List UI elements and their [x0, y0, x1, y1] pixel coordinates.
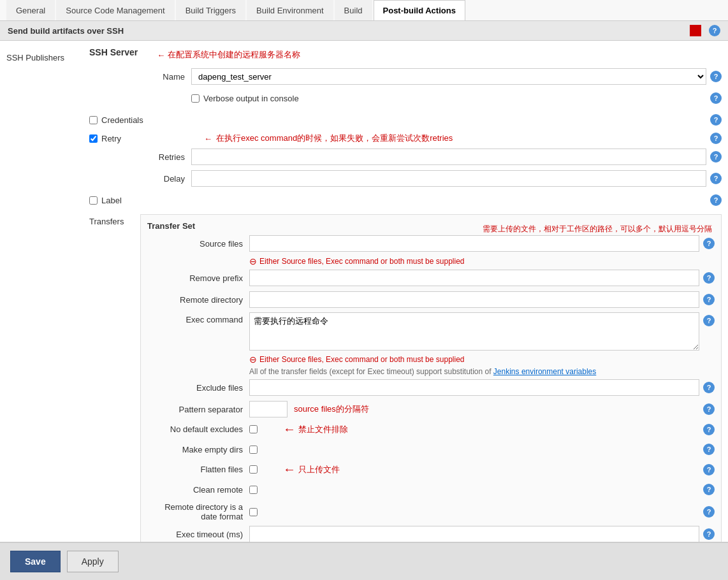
- verbose-help-icon[interactable]: ?: [710, 92, 722, 104]
- name-select[interactable]: dapeng_test_server: [191, 68, 706, 85]
- info-text: All of the transfer fields (except for E…: [249, 367, 715, 376]
- source-files-label: Source files: [147, 239, 249, 249]
- label-checkbox[interactable]: [89, 196, 98, 205]
- jenkins-env-vars-link[interactable]: Jenkins environment variables: [493, 367, 596, 376]
- clean-remote-row: Clean remote ?: [147, 481, 715, 498]
- pattern-sep-annotation: source files的分隔符: [294, 403, 369, 415]
- clean-remote-help-icon[interactable]: ?: [703, 484, 715, 495]
- verbose-row: Verbose output in console ?: [89, 89, 722, 107]
- retry-checkbox[interactable]: [89, 134, 98, 143]
- retry-help-icon[interactable]: ?: [710, 133, 722, 144]
- remove-prefix-input[interactable]: 移除目录（只能是source files中的目录）: [249, 270, 699, 286]
- save-button[interactable]: Save: [10, 551, 61, 572]
- label-row: Label ?: [89, 191, 722, 209]
- apply-button[interactable]: Apply: [67, 551, 119, 572]
- remove-button[interactable]: [690, 25, 701, 36]
- tab-scm[interactable]: Source Code Management: [56, 0, 174, 20]
- retries-input[interactable]: 0: [191, 149, 706, 165]
- error-msg-2: ⊖ Either Source files, Exec command or b…: [249, 354, 715, 365]
- tab-build-environment[interactable]: Build Environment: [247, 0, 333, 20]
- exec-command-textarea[interactable]: 需要执行的远程命令: [249, 312, 699, 351]
- exclude-files-label: Exclude files: [147, 383, 249, 393]
- credentials-row: Credentials ?: [89, 111, 722, 129]
- exec-timeout-help-icon[interactable]: ?: [703, 528, 715, 540]
- label-label: Label: [101, 196, 122, 205]
- delay-label: Delay: [89, 174, 191, 184]
- name-help-icon[interactable]: ?: [710, 71, 722, 82]
- flatten-arrow: ←: [283, 462, 296, 477]
- remote-date-row: Remote directory is a date format ?: [147, 502, 715, 521]
- delay-input[interactable]: 10000: [191, 170, 706, 187]
- main-content: Send build artifacts over SSH ? SSH Publ…: [0, 21, 728, 580]
- ssh-server-section: SSH Server ← 在配置系统中创建的远程服务器名称: [89, 47, 722, 62]
- name-annotation: ← 在配置系统中创建的远程服务器名称: [157, 49, 300, 61]
- no-default-help-icon[interactable]: ?: [703, 424, 715, 435]
- make-empty-dirs-checkbox[interactable]: [249, 446, 258, 454]
- error-icon-2: ⊖: [249, 354, 257, 365]
- remote-date-label: Remote directory is a date format: [147, 502, 249, 521]
- exclude-files-input[interactable]: 排除的文件，在上传中排除一些目录，可以用通配符如*.log: [249, 379, 699, 396]
- source-files-input[interactable]: [249, 235, 699, 252]
- ssh-publishers-label: SSH Publishers: [6, 50, 83, 65]
- exclude-files-row: Exclude files 排除的文件，在上传中排除一些目录，可以用通配符如*.…: [147, 379, 715, 396]
- flatten-files-row: Flatten files ← 只上传文件 ?: [147, 462, 715, 477]
- no-default-label: No default excludes: [147, 424, 249, 434]
- section-header: Send build artifacts over SSH ?: [0, 21, 728, 41]
- retries-help-icon[interactable]: ?: [710, 151, 722, 163]
- top-navigation: General Source Code Management Build Tri…: [0, 0, 728, 21]
- name-input-container: dapeng_test_server: [191, 68, 706, 85]
- transfer-set-block: Transfer Set Source files 需要上传的文件，相对于工作区…: [140, 214, 722, 580]
- pattern-sep-row: Pattern separator [,]+ source files的分隔符 …: [147, 400, 715, 418]
- source-files-help-icon[interactable]: ?: [703, 238, 715, 249]
- delay-help-icon[interactable]: ?: [710, 173, 722, 184]
- form-section: SSH Server ← 在配置系统中创建的远程服务器名称 Name dapen…: [83, 47, 722, 580]
- exec-command-row: Exec command 需要执行的远程命令 ?: [147, 312, 715, 351]
- pattern-sep-help-icon[interactable]: ?: [703, 403, 715, 415]
- no-default-excludes-checkbox[interactable]: [249, 425, 258, 433]
- transfers-section: Transfers Transfer Set Source files 需要上传…: [89, 214, 722, 580]
- remote-dir-input[interactable]: 远程目录: [249, 291, 699, 308]
- remote-date-checkbox[interactable]: [249, 508, 258, 516]
- tab-general[interactable]: General: [6, 0, 55, 20]
- tab-build-triggers[interactable]: Build Triggers: [176, 0, 245, 20]
- exec-timeout-row: Exec timeout (ms) 120000 ?: [147, 525, 715, 543]
- exec-timeout-input[interactable]: 120000: [249, 526, 699, 542]
- flatten-help-icon[interactable]: ?: [703, 464, 715, 475]
- make-empty-dirs-help-icon[interactable]: ?: [703, 444, 715, 455]
- delay-row: Delay 10000 ?: [89, 170, 722, 187]
- remove-prefix-label: Remove prefix: [147, 273, 249, 283]
- tab-build[interactable]: Build: [335, 0, 372, 20]
- clean-remote-label: Clean remote: [147, 485, 249, 495]
- make-empty-dirs-label: Make empty dirs: [147, 445, 249, 454]
- verbose-label: Verbose output in console: [203, 94, 299, 103]
- ssh-server-header: SSH Server: [89, 47, 138, 57]
- exclude-files-help-icon[interactable]: ?: [703, 382, 715, 393]
- exec-command-help-icon[interactable]: ?: [703, 315, 715, 326]
- remove-prefix-help-icon[interactable]: ?: [703, 272, 715, 284]
- label-help-icon[interactable]: ?: [710, 194, 722, 206]
- remote-dir-help-icon[interactable]: ?: [703, 294, 715, 305]
- pattern-sep-label: Pattern separator: [147, 405, 249, 414]
- error-icon-1: ⊖: [249, 256, 257, 266]
- name-row: Name dapeng_test_server ?: [89, 68, 722, 85]
- no-default-excludes-row: No default excludes ← 禁止文件排除 ?: [147, 422, 715, 437]
- exec-timeout-label: Exec timeout (ms): [147, 530, 249, 539]
- content-area: SSH Publishers SSH Server ← 在配置系统中创建的远程服…: [0, 41, 728, 580]
- tab-post-build-actions[interactable]: Post-build Actions: [374, 0, 465, 20]
- credentials-help-icon[interactable]: ?: [710, 114, 722, 126]
- remove-prefix-row: Remove prefix 移除目录（只能是source files中的目录） …: [147, 269, 715, 287]
- transfers-label: Transfers: [89, 214, 140, 226]
- flatten-files-checkbox[interactable]: [249, 465, 258, 474]
- source-files-row: Source files 需要上传的文件，相对于工作区的路径，可以多个，默认用逗…: [147, 235, 715, 252]
- section-help-icon[interactable]: ?: [709, 25, 720, 36]
- credentials-label: Credentials: [101, 115, 143, 125]
- left-sidebar: SSH Publishers: [6, 47, 83, 580]
- name-label: Name: [89, 72, 191, 82]
- verbose-checkbox[interactable]: [191, 94, 200, 103]
- bottom-bar: Save Apply: [0, 542, 728, 580]
- remote-date-help-icon[interactable]: ?: [703, 506, 715, 518]
- remote-dir-row: Remote directory 远程目录 ?: [147, 291, 715, 308]
- pattern-sep-input[interactable]: [,]+: [249, 401, 288, 417]
- clean-remote-checkbox[interactable]: [249, 486, 258, 494]
- credentials-checkbox[interactable]: [89, 116, 98, 124]
